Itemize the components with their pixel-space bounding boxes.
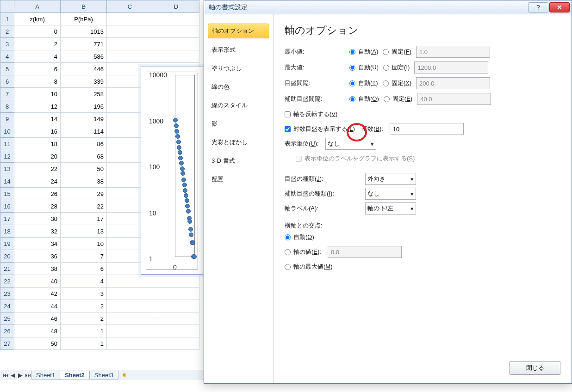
cell[interactable] (107, 25, 153, 38)
min-value-input[interactable] (416, 46, 490, 58)
sidebar-item[interactable]: 影 (208, 117, 269, 131)
sidebar-item[interactable]: 3-D 書式 (208, 154, 269, 168)
row-header[interactable]: 13 (0, 163, 14, 175)
cell[interactable]: 28 (14, 200, 61, 213)
cell[interactable] (107, 337, 153, 350)
cell[interactable]: 42 (14, 288, 61, 300)
major-value-input[interactable] (416, 77, 490, 89)
log-base-input[interactable] (390, 123, 464, 135)
cell[interactable]: 16 (14, 125, 61, 138)
cell[interactable]: 149 (61, 113, 107, 125)
close-button[interactable]: 閉じる (510, 361, 560, 375)
row-header[interactable]: 2 (0, 25, 14, 38)
sidebar-item[interactable]: 表示形式 (208, 43, 269, 57)
cell[interactable]: 10 (61, 238, 107, 250)
cell[interactable] (153, 337, 199, 350)
row-header[interactable]: 25 (0, 312, 14, 325)
cell[interactable]: 12 (14, 100, 61, 113)
cell[interactable]: 68 (61, 150, 107, 163)
cell[interactable]: 6 (61, 263, 107, 275)
cross-value-radio[interactable]: 軸の値(E): (285, 248, 321, 256)
cell[interactable]: 48 (14, 325, 61, 337)
row-header[interactable]: 24 (0, 300, 14, 312)
cell[interactable]: 14 (14, 113, 61, 125)
cell[interactable]: 1 (61, 337, 107, 350)
col-header-D[interactable]: D (153, 0, 199, 13)
cell[interactable]: 18 (14, 138, 61, 150)
cell[interactable]: P(hPa) (61, 13, 107, 25)
cell[interactable]: 0 (14, 25, 61, 38)
select-all-corner[interactable] (0, 0, 14, 13)
cell[interactable] (153, 50, 199, 63)
cell[interactable]: 38 (14, 263, 61, 275)
sidebar-item[interactable]: 塗りつぶし (208, 61, 269, 75)
cell[interactable]: 196 (61, 100, 107, 113)
cell[interactable]: 32 (14, 225, 61, 238)
log-scale-check[interactable]: 対数目盛を表示する(L) (285, 125, 355, 133)
row-header[interactable]: 21 (0, 263, 14, 275)
close-window-button[interactable]: ✕ (549, 2, 570, 12)
cross-max-radio[interactable]: 軸の最大値(M) (285, 263, 333, 271)
row-header[interactable]: 11 (0, 138, 14, 150)
row-header[interactable]: 14 (0, 175, 14, 188)
max-value-input[interactable] (414, 61, 488, 74)
cell[interactable]: 771 (61, 38, 107, 50)
cell[interactable]: z(km) (14, 13, 61, 25)
cell[interactable]: 50 (61, 163, 107, 175)
cell[interactable]: 3 (61, 288, 107, 300)
cell[interactable]: 446 (61, 63, 107, 75)
cell[interactable]: 40 (14, 275, 61, 288)
cell[interactable]: 20 (14, 150, 61, 163)
cell[interactable]: 258 (61, 88, 107, 100)
cell[interactable] (153, 325, 199, 337)
tick-type-select[interactable]: 外向き ▾ (365, 173, 416, 185)
cross-value-input[interactable] (328, 246, 402, 258)
row-header[interactable]: 10 (0, 125, 14, 138)
minor-auto-radio[interactable]: 自動(O) (349, 95, 379, 103)
cell[interactable]: 50 (14, 337, 61, 350)
cell[interactable]: 46 (14, 312, 61, 325)
cell[interactable] (107, 312, 153, 325)
minor-fixed-radio[interactable]: 固定(E) (384, 95, 412, 103)
row-header[interactable]: 19 (0, 238, 14, 250)
tab-sheet2[interactable]: Sheet2 (60, 371, 90, 380)
cell[interactable] (107, 275, 153, 288)
major-auto-radio[interactable]: 自動(T) (349, 79, 378, 87)
row-header[interactable]: 5 (0, 63, 14, 75)
tab-sheet1[interactable]: Sheet1 (31, 371, 60, 380)
insert-sheet-icon[interactable]: ✸ (120, 371, 128, 380)
cell[interactable] (107, 50, 153, 63)
row-header[interactable]: 1 (0, 13, 14, 25)
cell[interactable] (107, 13, 153, 25)
tab-nav-next-icon[interactable]: ▶ (17, 371, 24, 380)
display-unit-select[interactable]: なし ▾ (325, 138, 376, 150)
cell[interactable]: 7 (61, 250, 107, 263)
cell[interactable]: 29 (61, 188, 107, 200)
axis-label-select[interactable]: 軸の下/左 ▾ (365, 202, 416, 214)
cell[interactable]: 2 (14, 38, 61, 50)
row-header[interactable]: 20 (0, 250, 14, 263)
row-header[interactable]: 22 (0, 275, 14, 288)
cell[interactable] (153, 25, 199, 38)
reverse-axis-check[interactable]: 軸を反転する(V) (285, 110, 337, 118)
min-auto-radio[interactable]: 自動(A) (349, 48, 378, 56)
max-auto-radio[interactable]: 自動(U) (349, 63, 379, 72)
sidebar-item[interactable]: 配置 (208, 172, 269, 186)
cell[interactable]: 114 (61, 125, 107, 138)
sidebar-item[interactable]: 光彩とぼかし (208, 135, 269, 149)
min-fixed-radio[interactable]: 固定(F) (383, 48, 411, 56)
cell[interactable]: 26 (14, 188, 61, 200)
row-header[interactable]: 12 (0, 150, 14, 163)
row-header[interactable]: 18 (0, 225, 14, 238)
col-header-B[interactable]: B (61, 0, 107, 13)
row-header[interactable]: 16 (0, 200, 14, 213)
embedded-chart[interactable]: 110100100010000 0 (141, 67, 203, 275)
row-header[interactable]: 3 (0, 38, 14, 50)
cell[interactable]: 339 (61, 75, 107, 88)
row-header[interactable]: 23 (0, 288, 14, 300)
cell[interactable]: 10 (14, 88, 61, 100)
cell[interactable]: 8 (14, 75, 61, 88)
cell[interactable]: 4 (61, 275, 107, 288)
cell[interactable] (153, 312, 199, 325)
row-header[interactable]: 27 (0, 337, 14, 350)
